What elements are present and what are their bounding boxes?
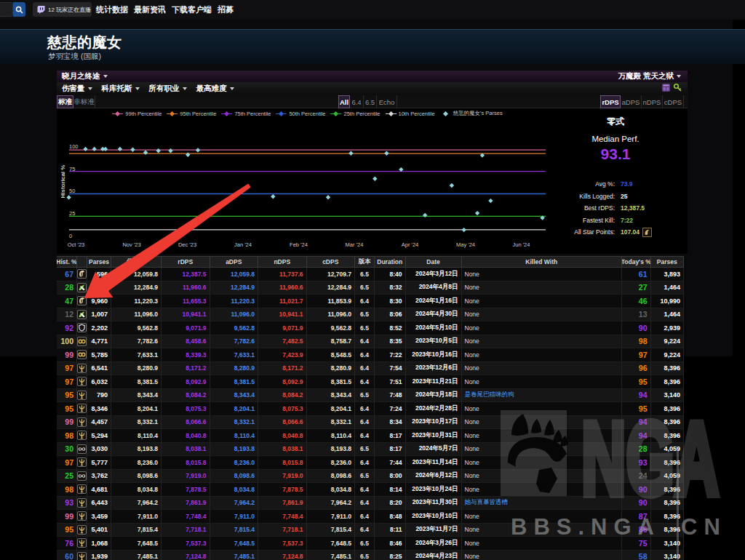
search-button[interactable] — [13, 2, 25, 17]
cell: 4,681 — [87, 483, 111, 497]
metric-nDPS[interactable]: nDPS — [642, 95, 663, 108]
cell: 8:46 — [375, 537, 406, 551]
cell: 8,332.1 — [111, 416, 162, 430]
cell: 94 — [622, 416, 651, 430]
col-header-7[interactable]: cDPS — [307, 257, 356, 267]
table-row[interactable]: 121,00711,096.010,941.111,096.010,941.11… — [57, 308, 684, 322]
cell: None — [462, 281, 623, 295]
col-header-3[interactable]: 伤害量 — [111, 257, 162, 267]
job-icon-dancer — [77, 283, 87, 292]
cell: 60 — [57, 551, 77, 560]
cell: 2023年10月5日 — [406, 335, 462, 349]
table-row[interactable]: 958,3468,204.18,075.38,204.18,075.38,204… — [57, 402, 684, 416]
nav-link-0[interactable]: 统计数据 — [96, 4, 128, 15]
cell: 6.4 — [355, 348, 375, 362]
cell: 1,939 — [87, 551, 111, 560]
metric-cDPS[interactable]: cDPS — [663, 95, 684, 108]
cell: 67 — [57, 268, 77, 281]
table-row[interactable]: 994,4578,332.18,066.68,332.18,066.68,332… — [57, 416, 684, 430]
partition-Echo[interactable]: Echo — [377, 95, 397, 108]
col-header-9[interactable]: Duration — [375, 257, 406, 267]
partition-All[interactable]: All — [338, 95, 350, 108]
character-sheet-icon[interactable] — [661, 82, 671, 95]
partition-6.4[interactable]: 6.4 — [350, 95, 364, 108]
search-input[interactable] — [0, 2, 13, 17]
cell: None — [462, 348, 623, 362]
cell: 2,202 — [87, 321, 111, 335]
col-header-2[interactable]: Parses — [87, 257, 111, 267]
cell: 8,396 — [651, 483, 685, 497]
cell: 24 — [622, 470, 651, 484]
cell: 6.5 — [355, 470, 375, 484]
nav-link-3[interactable]: 招募 — [218, 4, 234, 15]
metric-rDPS[interactable]: rDPS — [600, 95, 621, 108]
job-icon-whm — [77, 511, 87, 521]
table-row[interactable]: 985,2948,110.48,040.88,110.48,040.88,110… — [57, 429, 684, 443]
metric-aDPS[interactable]: aDPS — [621, 95, 642, 108]
col-header-8[interactable]: 版本 — [355, 257, 375, 267]
table-row[interactable]: 936,4437,964.27,861.97,964.27,861.97,964… — [57, 497, 684, 511]
boss-dropdown[interactable]: 科库托斯 — [102, 84, 140, 94]
cell: 99 — [57, 348, 77, 362]
tab-非标准[interactable]: 非标准 — [73, 95, 95, 108]
nav-link-1[interactable]: 最新资讯 — [134, 4, 166, 15]
col-header-12[interactable]: Today's % — [622, 257, 651, 267]
table-row[interactable]: 995,7857,633.18,339.37,633.17,423.98,548… — [57, 348, 684, 362]
job-icon-paladin — [77, 323, 87, 332]
cell: 596 — [87, 268, 111, 281]
table-row[interactable]: 984,6818,034.87,878.58,034.87,878.58,034… — [57, 483, 684, 497]
cell: 7:44 — [375, 456, 406, 470]
cell: 3,140 — [651, 537, 685, 551]
table-row[interactable]: 253,7628,098.67,919.08,098.67,919.08,098… — [57, 470, 684, 484]
table-row[interactable]: 976,0328,381.58,092.98,381.58,092.98,381… — [57, 375, 684, 389]
table-row[interactable]: 976,5418,280.98,171.28,280.98,171.28,280… — [57, 362, 684, 376]
table-row[interactable]: 761,0687,648.57,537.37,648.57,537.37,648… — [57, 537, 684, 551]
table-row[interactable]: 2812,284.911,960.612,284.911,960.612,284… — [57, 281, 684, 295]
col-header-10[interactable]: Date — [406, 257, 462, 267]
cell[interactable]: 是卷尾巴猫咪的狗 — [462, 389, 623, 403]
search-icon — [15, 6, 23, 14]
cell: 7,718.1 — [162, 524, 210, 537]
cell: 7,861.9 — [162, 497, 210, 511]
tab-标准[interactable]: 标准 — [57, 95, 73, 108]
col-header-0[interactable]: Hist. % — [57, 257, 77, 267]
table-row[interactable]: 955,4017,815.47,718.17,815.47,718.17,815… — [57, 524, 684, 537]
cell: 9,562.8 — [210, 321, 259, 335]
cell: 11,220.3 — [111, 295, 162, 308]
col-header-1[interactable] — [77, 257, 87, 267]
metric-dropdown[interactable]: 伤害量 — [62, 84, 92, 94]
col-header-6[interactable]: nDPS — [258, 257, 307, 267]
col-header-5[interactable]: aDPS — [210, 257, 259, 267]
table-row[interactable]: 922,2029,562.89,071.99,562.89,071.99,562… — [57, 321, 684, 335]
svg-text:Jan '24: Jan '24 — [234, 241, 252, 248]
cell: 7,964.2 — [210, 497, 259, 511]
cell: 12,284.9 — [111, 281, 162, 295]
col-header-4[interactable]: rDPS — [162, 257, 210, 267]
cell: 7,911.0 — [307, 510, 356, 524]
table-row[interactable]: 975,7778,236.08,015.88,236.08,015.88,236… — [57, 456, 684, 470]
key-icon[interactable] — [673, 82, 682, 95]
standard-tabs: 标准非标准 — [57, 95, 95, 108]
zone-dropdown[interactable]: 万魔殿 荒天之狱 — [618, 71, 681, 81]
table-row[interactable]: 479,96011,220.311,655.311,220.311,021.71… — [57, 295, 684, 308]
col-header-11[interactable]: Killed With — [462, 257, 623, 267]
nav-link-2[interactable]: 下载客户端 — [172, 4, 212, 15]
median-perf-value: 93.1 — [537, 145, 694, 163]
cell: 8,075.3 — [258, 402, 307, 416]
partition-6.5[interactable]: 6.5 — [364, 95, 377, 108]
expansion-dropdown[interactable]: 晓月之终途 — [62, 71, 108, 81]
live-streams-badge[interactable]: 12 玩家正在直播 — [33, 2, 92, 17]
col-header-13[interactable]: Parses — [651, 257, 685, 267]
table-row[interactable]: 993,4597,911.07,748.47,911.07,748.47,911… — [57, 510, 684, 524]
job-icon-whm — [77, 391, 87, 400]
table-row[interactable]: 6759612,059.812,387.512,059.811,737.612,… — [57, 268, 684, 281]
cell[interactable]: 她与直暴皆透槽 — [462, 497, 623, 511]
class-dropdown[interactable]: 所有职业 — [149, 84, 187, 94]
difficulty-dropdown[interactable]: 最高难度 — [196, 84, 234, 94]
table-row[interactable]: 601,9397,485.17,124.87,485.17,124.87,485… — [57, 551, 684, 560]
cell: 7,537.3 — [258, 537, 307, 551]
cell: 95 — [622, 375, 651, 389]
table-row[interactable]: 957908,343.48,084.28,343.48,084.28,343.4… — [57, 389, 684, 403]
table-row[interactable]: 1004,7717,782.68,458.67,782.67,482.58,75… — [57, 335, 684, 349]
table-row[interactable]: 303,0308,193.88,038.18,193.88,038.18,193… — [57, 443, 684, 457]
